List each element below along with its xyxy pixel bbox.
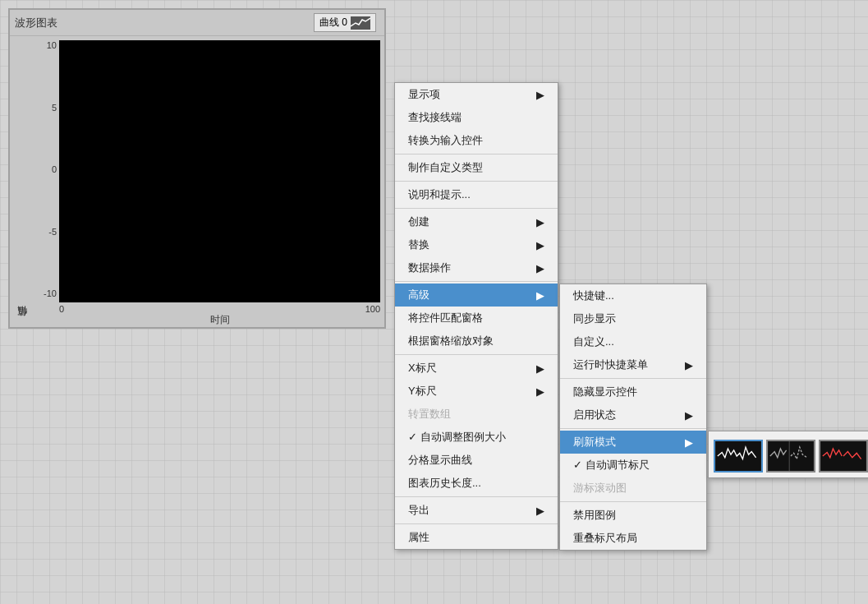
submenu-sep-1 <box>560 378 706 379</box>
chart-title-bar: 波形图表 曲线 0 <box>10 10 384 36</box>
submenu-runtime-menu[interactable]: 运行时快捷菜单▶ <box>560 353 706 376</box>
plot-area <box>59 40 380 302</box>
chart-widget: 波形图表 曲线 0 幅值 10 5 0 -5 -10 <box>8 8 386 329</box>
menu-item-fit-pane[interactable]: 将控件匹配窗格 <box>395 307 558 330</box>
y-tick-10: 10 <box>34 40 59 50</box>
submenu-sep-2 <box>560 428 706 429</box>
submenu2-items <box>714 436 868 473</box>
menu-item-transpose: 转置数组 <box>395 403 558 426</box>
separator-5 <box>395 354 558 355</box>
submenu-sep-3 <box>560 501 706 502</box>
menu-item-data-ops[interactable]: 数据操作▶ <box>395 256 558 279</box>
context-menu: 显示项▶ 查找接线端 转换为输入控件 制作自定义类型 说明和提示... 创建▶ … <box>394 82 558 550</box>
submenu-enable-state[interactable]: 启用状态▶ <box>560 403 706 426</box>
submenu-sync-display[interactable]: 同步显示 <box>560 307 706 330</box>
menu-item-description[interactable]: 说明和提示... <box>395 183 558 206</box>
y-tick-5: 5 <box>34 103 59 113</box>
y-tick-n10: -10 <box>34 288 59 298</box>
chart-inner: 10 5 0 -5 -10 0 100 时间 <box>34 36 384 327</box>
menu-item-create[interactable]: 创建▶ <box>395 210 558 233</box>
chart-icon-sweep[interactable] <box>766 440 815 473</box>
separator-6 <box>395 496 558 497</box>
submenu-advanced-container: 高级▶ 快捷键... 同步显示 自定义... 运行时快捷菜单▶ 隐藏显示控件 <box>395 284 558 307</box>
menu-item-y-scale[interactable]: Y标尺▶ <box>395 380 558 403</box>
menu-item-advanced[interactable]: 高级▶ <box>395 284 558 307</box>
chart-icon-strip[interactable] <box>819 440 868 473</box>
submenu-shortcut[interactable]: 快捷键... <box>560 284 706 307</box>
separator-3 <box>395 208 558 209</box>
x-axis-title: 时间 <box>59 313 380 327</box>
curve-button-label: 曲线 0 <box>319 16 347 30</box>
submenu-advanced: 快捷键... 同步显示 自定义... 运行时快捷菜单▶ 隐藏显示控件 启用状态▶ <box>559 284 707 551</box>
menu-item-properties[interactable]: 属性 <box>395 526 558 549</box>
menu-item-display[interactable]: 显示项▶ <box>395 83 558 106</box>
separator-4 <box>395 281 558 282</box>
submenu2-refresh <box>708 431 868 478</box>
submenu-cursor-scroll: 游标滚动图 <box>560 477 706 500</box>
y-ticks: 10 5 0 -5 -10 <box>34 36 59 302</box>
submenu-hide-control[interactable]: 隐藏显示控件 <box>560 380 706 403</box>
menu-item-scale-pane[interactable]: 根据窗格缩放对象 <box>395 330 558 353</box>
submenu-auto-scale[interactable]: ✓ 自动调节标尺 <box>560 454 706 477</box>
chart-icon-scroll[interactable] <box>714 440 763 473</box>
menu-item-custom-type[interactable]: 制作自定义类型 <box>395 156 558 179</box>
menu-item-replace[interactable]: 替换▶ <box>395 233 558 256</box>
submenu-overlap-layout[interactable]: 重叠标尺布局 <box>560 527 706 550</box>
curve-button[interactable]: 曲线 0 <box>314 13 376 32</box>
submenu-customize[interactable]: 自定义... <box>560 330 706 353</box>
chart-area: 幅值 10 5 0 -5 -10 0 100 时间 <box>10 36 384 327</box>
menu-item-find-terminal[interactable]: 查找接线端 <box>395 106 558 129</box>
menu-item-auto-legend[interactable]: ✓ 自动调整图例大小 <box>395 426 558 449</box>
chart-icon-row <box>714 440 868 473</box>
curve-icon <box>351 16 370 30</box>
y-tick-0: 0 <box>34 164 59 174</box>
menu-item-history-length[interactable]: 图表历史长度... <box>395 472 558 495</box>
menu-item-convert-input[interactable]: 转换为输入控件 <box>395 129 558 152</box>
separator-2 <box>395 181 558 182</box>
y-tick-n5: -5 <box>34 227 59 237</box>
separator-1 <box>395 154 558 154</box>
submenu-refresh-mode[interactable]: 刷新模式▶ <box>560 431 706 454</box>
submenu-disable-legend[interactable]: 禁用图例 <box>560 504 706 527</box>
y-axis-label: 幅值 <box>10 36 34 327</box>
separator-7 <box>395 523 558 524</box>
chart-title: 波形图表 <box>15 16 314 30</box>
menu-item-x-scale[interactable]: X标尺▶ <box>395 357 558 380</box>
menu-item-export[interactable]: 导出▶ <box>395 499 558 522</box>
main-panel: 波形图表 曲线 0 幅值 10 5 0 -5 -10 <box>0 0 868 604</box>
svg-rect-0 <box>716 441 760 471</box>
menu-item-split-curves[interactable]: 分格显示曲线 <box>395 449 558 472</box>
submenu2-refresh-container: 刷新模式▶ <box>560 431 706 454</box>
